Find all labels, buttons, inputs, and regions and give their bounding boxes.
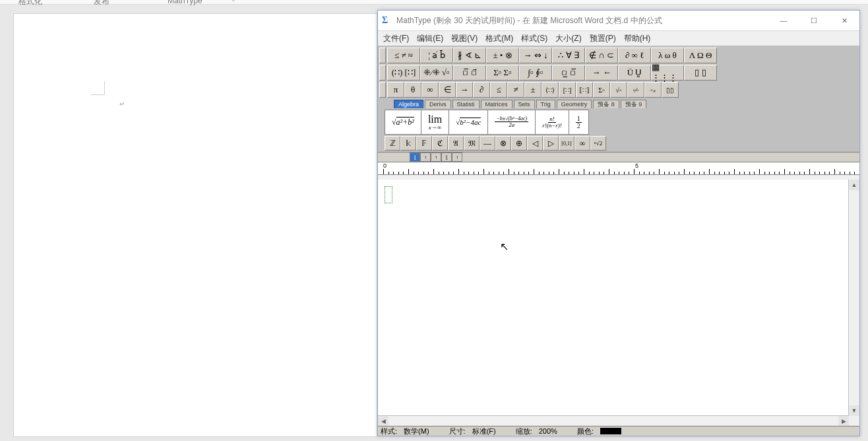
scroll-left-icon[interactable]: ◀ xyxy=(378,416,388,426)
palette-set-theory[interactable]: ∉ ∩ ⊂ xyxy=(585,48,618,63)
sym-arrow-right[interactable]: → xyxy=(456,82,473,98)
tabstop-2[interactable]: ↑ xyxy=(420,153,431,162)
ruler[interactable]: 0 5 xyxy=(378,162,859,175)
palette-arrows[interactable]: → ⇔ ↓ xyxy=(519,48,552,63)
sym-infty[interactable]: ∞ xyxy=(421,82,439,98)
status-color-swatch[interactable] xyxy=(600,428,621,434)
word-document-page[interactable]: ↵ xyxy=(13,13,377,437)
tmpl-fraction[interactable]: ▫⁄▫ xyxy=(627,82,644,98)
palette-spaces[interactable]: ¦ a͘ b̄ xyxy=(420,48,453,63)
status-zoom-value[interactable]: 200% xyxy=(539,427,564,435)
template-frac-radical[interactable]: ⁜⁄⁜ √▫ xyxy=(420,65,453,81)
menu-file[interactable]: 文件(F) xyxy=(379,32,413,46)
palette-relational[interactable]: ≤ ≠ ≈ xyxy=(387,48,420,63)
scroll-down-icon[interactable]: ▼ xyxy=(849,405,859,416)
tabstop-4[interactable]: ⌊ xyxy=(441,153,452,162)
minimize-button[interactable]: — xyxy=(768,11,799,30)
tab-derivs[interactable]: Derivs xyxy=(425,100,451,108)
scroll-right-icon[interactable]: ▶ xyxy=(838,416,849,426)
sym-partial[interactable]: ∂ xyxy=(473,82,490,98)
sbtn-interval[interactable]: [0,1] xyxy=(559,136,574,151)
sym-element-of[interactable]: ∈ xyxy=(439,82,456,98)
palette-grip[interactable] xyxy=(379,82,386,98)
menu-size[interactable]: 大小(Z) xyxy=(551,32,585,46)
tab-statistics[interactable]: Statisti xyxy=(452,100,480,108)
expr-sqrt-a2b2[interactable]: √a²+b² xyxy=(385,110,421,135)
sbtn-triangle-left[interactable]: ◁ xyxy=(527,136,543,151)
palette-operators[interactable]: ± • ⊗ xyxy=(486,48,519,63)
template-integral[interactable]: ∫▫ ∮▫ xyxy=(519,65,552,81)
tab-algebra[interactable]: Algebra xyxy=(394,100,423,108)
tabstop-3[interactable]: ↑ xyxy=(431,153,441,162)
template-fences[interactable]: (∷) [∷] xyxy=(387,65,420,81)
menu-help[interactable]: 帮助(H) xyxy=(620,32,655,46)
palette-logical[interactable]: ∴ ∀ ∃ xyxy=(552,48,585,63)
menu-style[interactable]: 样式(S) xyxy=(517,32,551,46)
template-sum[interactable]: Σ▫ Σ▫ xyxy=(486,65,519,81)
sbtn-f[interactable]: 𝔽 xyxy=(416,136,432,151)
sym-neq[interactable]: ≠ xyxy=(507,82,524,98)
maximize-button[interactable]: ☐ xyxy=(799,11,829,30)
template-boxes[interactable]: ▯ ▯ xyxy=(684,65,717,81)
tmpl-subscript[interactable]: ▫ₓ xyxy=(644,82,662,98)
expr-quadratic[interactable]: −b±√(b²−4ac)2a xyxy=(487,110,535,135)
palette-greek-lower[interactable]: λ ω θ xyxy=(651,48,684,63)
sbtn-c[interactable]: ℭ xyxy=(432,136,448,151)
menu-edit[interactable]: 编辑(E) xyxy=(413,32,447,46)
tab-geometry[interactable]: Geometry xyxy=(557,100,592,108)
equation-canvas[interactable]: ↖ xyxy=(378,180,849,416)
sbtn-m[interactable]: 𝔐 xyxy=(464,136,480,151)
expr-half[interactable]: 12 xyxy=(569,110,589,135)
tmpl-sum[interactable]: Σ▫ xyxy=(593,82,610,98)
tabstop-1[interactable]: ⌊ xyxy=(410,153,420,162)
sbtn-oplus[interactable]: ⊕ xyxy=(511,136,527,151)
tab-sets[interactable]: Sets xyxy=(514,100,535,108)
sbtn-k[interactable]: 𝕜 xyxy=(400,136,416,151)
tab-trig[interactable]: Trig xyxy=(536,100,555,108)
tmpl-sqrt[interactable]: √▫ xyxy=(610,82,627,98)
template-matrix[interactable]: ▦ ⋮⋮⋮ xyxy=(651,65,684,81)
sbtn-otimes[interactable]: ⊗ xyxy=(495,136,511,151)
sym-theta[interactable]: θ xyxy=(404,82,421,98)
sym-pi[interactable]: π xyxy=(387,82,404,98)
tab-reserve-8[interactable]: 预备 8 xyxy=(593,100,619,108)
tab-matrices[interactable]: Matrices xyxy=(481,100,512,108)
tabstop-5[interactable]: ↑ xyxy=(452,153,462,162)
tmpl-double-bracket[interactable]: ⟦∷⟧ xyxy=(576,82,593,98)
tmpl-angle-bracket[interactable]: ⟨∷⟩ xyxy=(542,82,559,98)
sbtn-nthroot[interactable]: ⁿ√2 xyxy=(590,136,606,151)
menu-format[interactable]: 格式(M) xyxy=(481,32,517,46)
palette-greek-upper[interactable]: Λ Ω Θ xyxy=(684,48,717,63)
expr-discriminant[interactable]: √b²−4ac xyxy=(449,110,487,135)
menu-view[interactable]: 视图(V) xyxy=(447,32,481,46)
vertical-scrollbar[interactable]: ▲ ▼ xyxy=(848,180,859,416)
expr-limit[interactable]: limx→∞ xyxy=(421,110,449,135)
tmpl-slot[interactable]: ▯▯ xyxy=(662,82,679,98)
palette-grip[interactable] xyxy=(379,65,386,81)
scroll-up-icon[interactable]: ▲ xyxy=(849,180,859,190)
sbtn-z[interactable]: ℤ xyxy=(385,136,400,151)
empty-slot[interactable] xyxy=(385,186,392,203)
palette-misc[interactable]: ∂ ∞ ℓ xyxy=(618,48,651,63)
sym-leq[interactable]: ≤ xyxy=(490,82,507,98)
expr-binomial[interactable]: n!r!(n−r)! xyxy=(535,110,569,135)
palette-grip[interactable] xyxy=(379,48,386,63)
template-sub-sup[interactable]: ▫̅ ▫⃗ xyxy=(453,65,486,81)
sym-plusminus[interactable]: ± xyxy=(524,82,542,98)
ribbon-expand-icon[interactable]: ⌄ xyxy=(231,0,236,3)
tmpl-bracket[interactable]: [∷] xyxy=(559,82,576,98)
status-style-value[interactable]: 数学(M) xyxy=(404,426,436,436)
sbtn-triangle-right[interactable]: ▷ xyxy=(543,136,559,151)
horizontal-scrollbar[interactable]: ◀ ▶ xyxy=(378,415,849,426)
sbtn-a[interactable]: 𝔄 xyxy=(448,136,464,151)
sbtn-infty[interactable]: ∞ xyxy=(574,136,590,151)
template-label-arrows[interactable]: → ← xyxy=(585,65,618,81)
palette-embellish[interactable]: ∦ ∢ ⊾ xyxy=(453,48,486,63)
status-size-value[interactable]: 标准(F) xyxy=(472,426,503,436)
template-underover[interactable]: ▫̲ ▫̅ xyxy=(552,65,585,81)
template-products[interactable]: Ū Ṵ xyxy=(618,65,651,81)
titlebar[interactable]: Σ MathType (剩余 30 天的试用时间) - 在 新建 Microso… xyxy=(378,11,859,31)
close-button[interactable]: ✕ xyxy=(829,11,859,30)
menu-preset[interactable]: 预置(P) xyxy=(586,32,620,46)
sbtn-dash[interactable]: — xyxy=(480,136,495,151)
